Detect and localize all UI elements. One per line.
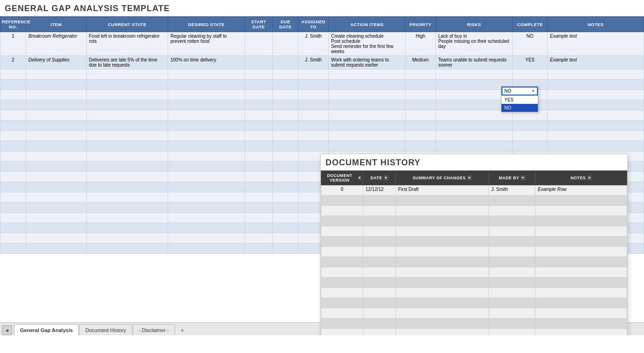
empty-cell[interactable]: [87, 162, 168, 172]
empty-cell[interactable]: [0, 151, 26, 162]
dh-empty-cell[interactable]: [363, 237, 396, 247]
cell-assigned-2[interactable]: J. Smith: [298, 56, 329, 69]
empty-cell[interactable]: [245, 192, 273, 203]
dh-empty-cell[interactable]: [396, 216, 489, 226]
empty-cell[interactable]: [273, 192, 298, 203]
dh-empty-cell[interactable]: [489, 308, 536, 319]
empty-cell[interactable]: [87, 151, 168, 162]
empty-cell[interactable]: [548, 100, 644, 110]
dh-empty-cell[interactable]: [396, 308, 489, 319]
empty-cell[interactable]: [406, 80, 436, 90]
dh-empty-cell[interactable]: [321, 257, 363, 267]
dh-empty-cell[interactable]: [396, 319, 489, 329]
empty-cell[interactable]: [0, 192, 26, 203]
complete-dropdown[interactable]: NO ▼ YES NO: [501, 86, 538, 112]
dh-cell-date-1[interactable]: 12/12/12: [363, 185, 396, 196]
empty-cell[interactable]: [245, 110, 273, 121]
empty-cell[interactable]: [273, 69, 298, 80]
dh-empty-cell[interactable]: [489, 298, 536, 308]
date-filter-btn[interactable]: ▼: [384, 176, 388, 180]
empty-cell[interactable]: [26, 151, 87, 162]
dh-empty-cell[interactable]: [321, 216, 363, 226]
dh-empty-cell[interactable]: [536, 308, 627, 319]
empty-cell[interactable]: [26, 80, 87, 90]
empty-cell[interactable]: [0, 110, 26, 121]
dh-empty-cell[interactable]: [489, 216, 536, 226]
madeby-filter-btn[interactable]: ▼: [521, 176, 525, 180]
dh-empty-cell[interactable]: [321, 196, 363, 206]
dh-empty-cell[interactable]: [396, 278, 489, 288]
cell-priority-1[interactable]: High: [406, 32, 436, 56]
dh-empty-cell[interactable]: [363, 247, 396, 257]
dh-empty-cell[interactable]: [321, 267, 363, 278]
empty-cell[interactable]: [168, 100, 245, 110]
dh-empty-cell[interactable]: [489, 206, 536, 216]
cell-current-2[interactable]: Deliveries are late 5% of the time due t…: [87, 56, 168, 69]
dh-empty-cell[interactable]: [536, 206, 627, 216]
empty-cell[interactable]: [273, 233, 298, 244]
empty-cell[interactable]: [87, 80, 168, 90]
cell-action-2[interactable]: Work with ordering teams to submit reque…: [329, 56, 406, 69]
cell-action-1[interactable]: Create cleaning schedule Post schedule S…: [329, 32, 406, 56]
cell-complete-1[interactable]: NO: [513, 32, 548, 56]
dh-cell-notes-1[interactable]: Example Row: [536, 185, 627, 196]
empty-cell[interactable]: [0, 233, 26, 244]
dh-empty-cell[interactable]: [489, 257, 536, 267]
cell-ref-1[interactable]: 1: [0, 32, 26, 56]
dh-empty-cell[interactable]: [321, 237, 363, 247]
dh-empty-cell[interactable]: [489, 329, 536, 336]
empty-cell[interactable]: [0, 69, 26, 80]
empty-cell[interactable]: [245, 80, 273, 90]
dh-empty-cell[interactable]: [396, 257, 489, 267]
empty-cell[interactable]: [273, 80, 298, 90]
empty-cell[interactable]: [298, 90, 329, 100]
empty-cell[interactable]: [245, 233, 273, 244]
empty-cell[interactable]: [548, 90, 644, 100]
empty-cell[interactable]: [168, 141, 245, 151]
empty-cell[interactable]: [273, 151, 298, 162]
empty-cell[interactable]: [168, 182, 245, 192]
empty-cell[interactable]: [245, 244, 273, 254]
cell-complete-2[interactable]: YES: [513, 56, 548, 69]
cell-start-1[interactable]: [245, 32, 273, 56]
empty-cell[interactable]: [406, 121, 436, 131]
tab-disclaimer[interactable]: - Disclaimer -: [133, 324, 175, 335]
empty-cell[interactable]: [298, 141, 329, 151]
dh-empty-cell[interactable]: [321, 308, 363, 319]
dropdown-option-yes[interactable]: YES: [502, 96, 538, 104]
empty-cell[interactable]: [436, 141, 513, 151]
empty-cell[interactable]: [298, 121, 329, 131]
empty-cell[interactable]: [26, 203, 87, 213]
dh-empty-cell[interactable]: [489, 226, 536, 237]
dh-empty-cell[interactable]: [363, 298, 396, 308]
empty-cell[interactable]: [168, 131, 245, 141]
empty-cell[interactable]: [436, 121, 513, 131]
empty-cell[interactable]: [245, 182, 273, 192]
dh-empty-cell[interactable]: [489, 247, 536, 257]
cell-risks-1[interactable]: Lack of buy in People missing on their s…: [436, 32, 513, 56]
dh-empty-cell[interactable]: [536, 267, 627, 278]
dh-empty-cell[interactable]: [396, 288, 489, 298]
empty-cell[interactable]: [168, 223, 245, 233]
empty-cell[interactable]: [329, 100, 406, 110]
empty-cell[interactable]: [26, 110, 87, 121]
dh-empty-cell[interactable]: [321, 329, 363, 336]
empty-cell[interactable]: [273, 162, 298, 172]
tab-general-gap-analysis[interactable]: General Gap Analysis: [14, 324, 79, 335]
dh-empty-cell[interactable]: [536, 247, 627, 257]
empty-cell[interactable]: [298, 69, 329, 80]
cell-due-2[interactable]: [273, 56, 298, 69]
empty-cell[interactable]: [26, 131, 87, 141]
dh-empty-cell[interactable]: [363, 288, 396, 298]
dropdown-active-cell[interactable]: NO ▼: [502, 87, 538, 95]
empty-cell[interactable]: [273, 223, 298, 233]
empty-cell[interactable]: [513, 121, 548, 131]
tab-document-history[interactable]: Document History: [79, 324, 132, 335]
dh-empty-cell[interactable]: [536, 278, 627, 288]
empty-cell[interactable]: [168, 69, 245, 80]
empty-cell[interactable]: [436, 69, 513, 80]
empty-cell[interactable]: [26, 223, 87, 233]
empty-cell[interactable]: [406, 110, 436, 121]
empty-cell[interactable]: [0, 121, 26, 131]
dh-empty-cell[interactable]: [536, 288, 627, 298]
